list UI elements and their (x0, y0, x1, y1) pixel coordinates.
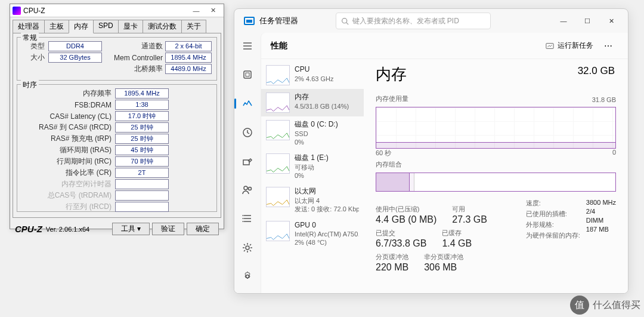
taskmgr-icon (244, 17, 255, 25)
perf-thumb-1 (266, 93, 290, 113)
perf-name-5: GPU 0 (295, 221, 359, 230)
validate-button[interactable]: 验证 (152, 223, 184, 235)
perf-item-5[interactable]: GPU 0Intel(R) Arc(TM) A750…2% (48 °C) (261, 217, 364, 251)
timing-val-6: 70 时钟 (115, 156, 169, 167)
timing-val-4: 25 时钟 (115, 134, 169, 144)
perf-sub-3: 可移动0% (295, 163, 329, 180)
svg-point-11 (246, 246, 249, 250)
cpuz-tab-2[interactable]: 内存 (69, 20, 94, 33)
nav-users[interactable] (237, 180, 258, 199)
nav-processes[interactable] (237, 65, 258, 84)
svg-point-6 (244, 186, 247, 190)
search-input[interactable]: 键入要搜索的名称、发布者或 PID (336, 13, 491, 29)
inuse-label: 使用中(已压缩) (376, 205, 436, 214)
comp-label: 内存组合 (376, 160, 616, 169)
perf-thumb-4 (266, 187, 290, 207)
perf-item-2[interactable]: 磁盘 0 (C: D:)SSD0% (261, 116, 364, 150)
spec-speed-l: 速度: (526, 199, 580, 208)
close-button[interactable]: ✕ (205, 7, 221, 14)
perf-detail: 内存 32.0 GB 内存使用量 31.8 GB 60 秒 0 内存组合 (364, 59, 628, 293)
label-channels: 通道数 (112, 41, 163, 51)
nav-services[interactable] (237, 238, 258, 257)
minimize-button[interactable]: — (552, 11, 575, 30)
timing-label-8: 内存空闲计时器 (22, 179, 112, 189)
svg-point-0 (342, 18, 346, 23)
run-task-button[interactable]: 运行新任务 (541, 38, 598, 53)
memory-chart (376, 107, 616, 149)
cpuz-logo: CPU-Z (15, 224, 42, 234)
fieldset-general: 常规 类型DDR4 大小32 GBytes 通道数2 x 64-bit Mem … (17, 37, 217, 81)
perf-name-1: 内存 (295, 93, 349, 102)
label-north: 北桥频率 (112, 64, 163, 74)
timing-label-1: FSB:DRAM (22, 101, 112, 109)
perf-sub-5: Intel(R) Arc(TM) A750…2% (48 °C) (295, 230, 359, 247)
perf-item-0[interactable]: CPU2% 4.63 GHz (261, 61, 364, 89)
page-title: 性能 (271, 41, 287, 51)
more-button[interactable]: ⋯ (598, 41, 618, 51)
cpuz-tab-0[interactable]: 处理器 (13, 20, 45, 33)
close-button[interactable]: ✕ (599, 11, 623, 30)
avail-label: 可用 (452, 205, 487, 214)
nav-startup[interactable] (237, 152, 258, 171)
svg-point-8 (243, 215, 244, 216)
timing-val-7: 2T (115, 168, 169, 178)
inuse-val: 4.4 GB (0 MB) (376, 214, 436, 225)
minimize-button[interactable]: — (188, 7, 205, 14)
cached-val: 1.4 GB (442, 238, 472, 249)
timing-val-8 (115, 179, 169, 189)
spec-form: DIMM (586, 217, 616, 224)
nav-history[interactable] (237, 123, 258, 142)
svg-rect-3 (246, 73, 249, 76)
taskmgr-window: 任务管理器 键入要搜索的名称、发布者或 PID — ☐ ✕ 性能 (234, 8, 628, 294)
cpuz-tab-1[interactable]: 主板 (44, 20, 69, 33)
cpuz-title: CPU-Z (23, 7, 45, 15)
nav-details[interactable] (237, 209, 258, 228)
tools-button[interactable]: 工具 ▾ (112, 223, 150, 235)
perf-item-1[interactable]: 内存4.5/31.8 GB (14%) (261, 89, 364, 116)
spec-hw-l: 为硬件保留的内存: (526, 231, 580, 240)
perf-item-4[interactable]: 以太网以太网 4发送: 0 接收: 72.0 Kbps (261, 183, 364, 217)
svg-rect-2 (244, 71, 251, 78)
val-north: 4489.0 MHz (165, 64, 212, 74)
cpuz-tab-4[interactable]: 显卡 (118, 20, 143, 33)
val-type: DDR4 (48, 41, 102, 51)
timing-val-9 (115, 190, 169, 201)
nonpaged-label: 非分页缓冲池 (424, 253, 463, 261)
search-placeholder: 键入要搜索的名称、发布者或 PID (352, 16, 459, 26)
perf-sub-0: 2% 4.63 GHz (295, 75, 333, 83)
cpuz-version: Ver. 2.06.1.x64 (46, 226, 89, 233)
cpuz-icon (13, 7, 21, 15)
tm-title: 任务管理器 (259, 16, 298, 26)
perf-thumb-2 (266, 120, 290, 140)
label-memctrl: Mem Controller (112, 54, 163, 62)
avail-val: 27.3 GB (452, 214, 487, 225)
nav-settings[interactable] (237, 267, 258, 286)
perf-sub-1: 4.5/31.8 GB (14%) (295, 102, 349, 110)
cpuz-tab-3[interactable]: SPD (93, 20, 119, 33)
perf-name-4: 以太网 (295, 187, 359, 196)
label-size: 大小 (22, 53, 45, 63)
nav-hamburger[interactable] (237, 36, 258, 56)
cpuz-body: 常规 类型DDR4 大小32 GBytes 通道数2 x 64-bit Mem … (13, 33, 221, 218)
cpuz-tab-5[interactable]: 测试分数 (143, 20, 182, 33)
cached-label: 已缓存 (442, 229, 472, 238)
watermark: 值 什么值得买 (570, 293, 640, 317)
perf-thumb-3 (266, 153, 290, 174)
legend-timing: 时序 (21, 80, 39, 90)
usage-label: 内存使用量 (376, 94, 408, 103)
svg-point-10 (243, 221, 244, 222)
ok-button[interactable]: 确定 (187, 223, 219, 235)
perf-thumb-0 (266, 65, 290, 85)
timing-label-3: RAS# 到 CAS# (tRCD) (22, 122, 112, 133)
cpuz-titlebar[interactable]: CPU-Z — ✕ (10, 4, 224, 17)
maximize-button[interactable]: ☐ (575, 11, 599, 30)
timing-label-4: RAS# 预充电 (tRP) (22, 134, 112, 144)
nav-performance[interactable] (237, 94, 258, 113)
paged-val: 220 MB (376, 262, 408, 273)
perf-item-3[interactable]: 磁盘 1 (E:)可移动0% (261, 150, 364, 183)
cpuz-tab-6[interactable]: 关于 (181, 20, 206, 33)
cpuz-tabs: 处理器主板内存SPD显卡测试分数关于 (10, 17, 224, 33)
watermark-text: 什么值得买 (593, 299, 640, 312)
tm-titlebar[interactable]: 任务管理器 键入要搜索的名称、发布者或 PID — ☐ ✕ (234, 9, 628, 33)
perf-name-3: 磁盘 1 (E:) (295, 153, 329, 163)
